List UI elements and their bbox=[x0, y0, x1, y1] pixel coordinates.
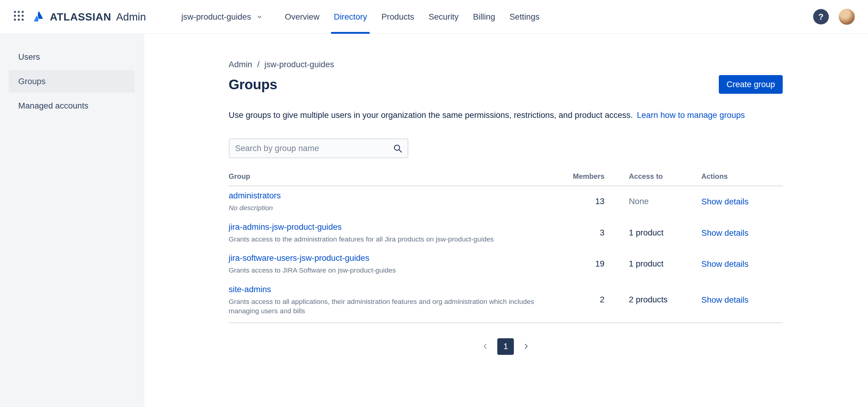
group-name-link[interactable]: jira-admins-jsw-product-guides bbox=[229, 222, 342, 231]
sidebar-item-label: Managed accounts bbox=[19, 101, 89, 111]
column-header-actions: Actions bbox=[701, 172, 783, 181]
access-to-value: 1 product bbox=[604, 259, 701, 269]
breadcrumb-admin-link[interactable]: Admin bbox=[229, 60, 252, 69]
breadcrumb-org-link[interactable]: jsw-product-guides bbox=[264, 60, 334, 69]
access-to-value: None bbox=[604, 196, 701, 206]
pagination-next-button[interactable] bbox=[518, 339, 534, 354]
access-to-value: 2 products bbox=[604, 295, 701, 305]
table-row: administrators No description 13 None Sh… bbox=[229, 186, 783, 218]
primary-nav: Overview Directory Products Security Bil… bbox=[278, 0, 547, 34]
app-window: ATLASSIAN Admin jsw-product-guides Overv… bbox=[0, 0, 868, 407]
group-search bbox=[229, 138, 409, 158]
sidebar-item-users[interactable]: Users bbox=[9, 46, 135, 68]
learn-manage-groups-link[interactable]: Learn how to manage groups bbox=[637, 111, 745, 120]
sidebar-item-label: Groups bbox=[19, 76, 45, 86]
group-description: Grants access to JIRA Software on jsw-pr… bbox=[229, 265, 550, 275]
help-button[interactable]: ? bbox=[813, 9, 829, 24]
app-switcher-button[interactable] bbox=[11, 8, 27, 25]
intro-text: Use groups to give multiple users in you… bbox=[229, 111, 783, 120]
table-row: site-admins Grants access to all applica… bbox=[229, 280, 783, 323]
nav-item-directory[interactable]: Directory bbox=[327, 0, 374, 34]
members-count: 13 bbox=[571, 196, 604, 206]
members-count: 2 bbox=[571, 295, 604, 305]
column-header-group: Group bbox=[229, 172, 571, 181]
directory-sidebar: Users Groups Managed accounts bbox=[0, 34, 144, 407]
sidebar-item-groups[interactable]: Groups bbox=[9, 70, 135, 92]
chevron-left-icon bbox=[481, 342, 490, 351]
column-header-members: Members bbox=[571, 172, 604, 181]
pagination: 1 bbox=[229, 338, 783, 355]
group-description: No description bbox=[229, 203, 550, 213]
topbar-right-controls: ? bbox=[813, 9, 855, 25]
page-title: Groups bbox=[229, 76, 277, 93]
grid-icon bbox=[13, 10, 24, 23]
user-avatar[interactable] bbox=[839, 9, 855, 25]
group-name-link[interactable]: jira-software-users-jsw-product-guides bbox=[229, 253, 370, 262]
brand-home-link[interactable]: ATLASSIAN Admin bbox=[33, 10, 146, 23]
breadcrumb: Admin / jsw-product-guides bbox=[229, 60, 783, 69]
group-description: Grants access to all applications, their… bbox=[229, 297, 550, 316]
org-switcher[interactable]: jsw-product-guides bbox=[181, 12, 264, 22]
pagination-prev-button[interactable] bbox=[477, 339, 493, 354]
table-header-row: Group Members Access to Actions bbox=[229, 172, 783, 187]
nav-item-products[interactable]: Products bbox=[374, 0, 421, 34]
nav-item-billing[interactable]: Billing bbox=[466, 0, 502, 34]
group-description: Grants access to the administration feat… bbox=[229, 234, 550, 244]
search-icon bbox=[393, 143, 403, 153]
sidebar-item-label: Users bbox=[19, 52, 40, 62]
show-details-link[interactable]: Show details bbox=[701, 295, 748, 305]
access-to-value: 1 product bbox=[604, 228, 701, 238]
breadcrumb-separator: / bbox=[257, 60, 259, 69]
pagination-page-1-button[interactable]: 1 bbox=[497, 338, 514, 355]
org-switcher-label: jsw-product-guides bbox=[181, 12, 251, 22]
chevron-down-icon bbox=[256, 13, 263, 21]
intro-description: Use groups to give multiple users in you… bbox=[229, 111, 633, 120]
create-group-button[interactable]: Create group bbox=[719, 75, 783, 94]
sidebar-item-managed-accounts[interactable]: Managed accounts bbox=[9, 95, 135, 117]
column-header-access: Access to bbox=[604, 172, 701, 181]
group-name-link[interactable]: site-admins bbox=[229, 285, 271, 294]
members-count: 3 bbox=[571, 228, 604, 238]
groups-table: Group Members Access to Actions administ… bbox=[229, 172, 783, 323]
table-row: jira-software-users-jsw-product-guides G… bbox=[229, 249, 783, 280]
nav-item-overview[interactable]: Overview bbox=[278, 0, 327, 34]
show-details-link[interactable]: Show details bbox=[701, 197, 748, 206]
brand-product-label: Admin bbox=[116, 11, 146, 23]
main-panel: Admin / jsw-product-guides Groups Create… bbox=[144, 34, 868, 407]
atlassian-logo-icon bbox=[33, 10, 46, 23]
table-row: jira-admins-jsw-product-guides Grants ac… bbox=[229, 218, 783, 249]
chevron-right-icon bbox=[522, 342, 530, 351]
members-count: 19 bbox=[571, 259, 604, 269]
group-name-link[interactable]: administrators bbox=[229, 191, 281, 200]
nav-item-settings[interactable]: Settings bbox=[502, 0, 547, 34]
top-navbar: ATLASSIAN Admin jsw-product-guides Overv… bbox=[0, 0, 868, 34]
nav-item-security[interactable]: Security bbox=[421, 0, 466, 34]
show-details-link[interactable]: Show details bbox=[701, 259, 748, 269]
question-mark-icon: ? bbox=[818, 12, 824, 22]
search-input[interactable] bbox=[229, 138, 409, 158]
brand-wordmark: ATLASSIAN bbox=[50, 11, 111, 23]
show-details-link[interactable]: Show details bbox=[701, 228, 748, 238]
